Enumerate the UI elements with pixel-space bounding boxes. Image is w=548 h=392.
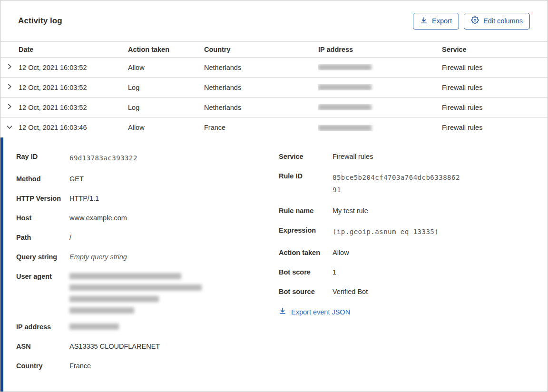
- expand-row-button[interactable]: [0, 103, 19, 112]
- row-country: Netherlands: [204, 104, 318, 111]
- detail-label: HTTP Version: [16, 194, 69, 203]
- table-row[interactable]: 12 Oct, 2021 16:03:52 Log Netherlands Fi…: [0, 78, 548, 98]
- redacted-ip-value: [318, 104, 372, 110]
- chevron-down-icon: [6, 123, 13, 132]
- detail-label: Rule name: [279, 206, 333, 216]
- detail-label: Host: [16, 213, 69, 223]
- detail-label: Method: [16, 174, 69, 184]
- host-value: www.example.com: [69, 213, 127, 223]
- row-service: Firewall rules: [442, 84, 548, 91]
- chevron-right-icon: [6, 63, 13, 72]
- path-value: /: [69, 233, 71, 242]
- ray-id-value: 69d13783ac393322: [69, 152, 137, 164]
- detail-label: Path: [16, 233, 69, 242]
- column-header-date: Date: [19, 46, 128, 53]
- collapse-row-button[interactable]: [0, 123, 19, 132]
- row-action: Log: [128, 104, 204, 111]
- expand-row-button[interactable]: [0, 63, 19, 72]
- edit-columns-button[interactable]: Edit columns: [464, 13, 530, 29]
- row-country: Netherlands: [204, 84, 318, 91]
- expand-row-button[interactable]: [0, 83, 19, 92]
- detail-label: Bot score: [279, 267, 333, 277]
- table-row[interactable]: 12 Oct, 2021 16:03:52 Log Netherlands Fi…: [0, 98, 548, 118]
- detail-column-left: Ray ID69d13783ac393322 MethodGET HTTP Ve…: [16, 152, 279, 392]
- download-icon: [420, 17, 428, 26]
- edit-columns-button-label: Edit columns: [483, 17, 523, 25]
- export-button-label: Export: [432, 17, 452, 25]
- page-title: Activity log: [18, 16, 62, 26]
- column-header-action-taken: Action taken: [128, 46, 204, 53]
- detail-label: Expression: [279, 225, 333, 238]
- row-action: Log: [128, 84, 204, 91]
- table-header-row: Date Action taken Country IP address Ser…: [0, 41, 548, 58]
- download-icon: [279, 307, 286, 316]
- detail-label: ASN: [16, 342, 69, 351]
- row-action: Allow: [128, 64, 204, 71]
- row-country: France: [204, 124, 318, 131]
- row-service: Firewall rules: [442, 104, 548, 111]
- detail-label: Ray ID: [16, 152, 69, 164]
- rule-name-value: My test rule: [333, 206, 368, 216]
- detail-label: Action taken: [279, 248, 333, 257]
- row-date: 12 Oct, 2021 16:03:52: [19, 104, 128, 111]
- row-action: Allow: [128, 124, 204, 131]
- event-detail-panel: Ray ID69d13783ac393322 MethodGET HTTP Ve…: [0, 137, 548, 392]
- row-date: 12 Oct, 2021 16:03:46: [19, 124, 128, 131]
- export-event-json-link[interactable]: Export event JSON: [279, 307, 350, 316]
- detail-column-right: ServiceFirewall rules Rule ID85bce5b204c…: [279, 152, 533, 392]
- action-taken-value: Allow: [333, 248, 349, 257]
- detail-label: Bot source: [279, 287, 333, 296]
- redacted-ip-value: [318, 84, 372, 90]
- toolbar: Export Edit columns: [413, 13, 530, 29]
- gear-icon: [471, 16, 479, 26]
- header: Activity log Export Edit columns: [0, 0, 548, 41]
- detail-label: Query string: [16, 252, 69, 262]
- row-date: 12 Oct, 2021 16:03:52: [19, 64, 128, 71]
- redacted-user-agent-value: [69, 272, 202, 314]
- column-header-service: Service: [442, 46, 548, 53]
- detail-label: Rule ID: [279, 171, 333, 196]
- export-event-json-label: Export event JSON: [291, 308, 350, 316]
- row-service: Firewall rules: [442, 124, 548, 131]
- query-string-value: Empty query string: [69, 252, 127, 262]
- column-header-ip-address: IP address: [318, 46, 442, 53]
- detail-label: User agent: [16, 272, 69, 314]
- rule-id-value: 85bce5b204cf4703a764dcb633886291: [333, 171, 462, 196]
- method-value: GET: [69, 174, 84, 184]
- redacted-ip-value: [318, 64, 372, 70]
- country-value: France: [69, 361, 91, 371]
- column-header-country: Country: [204, 46, 318, 53]
- http-version-value: HTTP/1.1: [69, 194, 99, 203]
- chevron-right-icon: [6, 83, 13, 92]
- row-date: 12 Oct, 2021 16:03:52: [19, 84, 128, 91]
- expression-value: (ip.geoip.asnum eq 13335): [333, 225, 439, 238]
- table-row-expanded[interactable]: 12 Oct, 2021 16:03:46 Allow France Firew…: [0, 118, 548, 137]
- detail-label: Country: [16, 361, 69, 371]
- table-row[interactable]: 12 Oct, 2021 16:03:52 Allow Netherlands …: [0, 58, 548, 78]
- redacted-ip-value: [318, 125, 372, 131]
- row-country: Netherlands: [204, 64, 318, 71]
- activity-log-card: Activity log Export Edit columns: [0, 0, 548, 392]
- asn-value: AS13335 CLOUDFLARENET: [69, 342, 160, 351]
- redacted-ip-value: [69, 323, 119, 330]
- chevron-right-icon: [6, 103, 13, 112]
- row-service: Firewall rules: [442, 64, 548, 71]
- bot-source-value: Verified Bot: [333, 287, 368, 296]
- detail-label: Service: [279, 152, 333, 161]
- bot-score-value: 1: [333, 267, 336, 277]
- service-value: Firewall rules: [333, 152, 373, 161]
- export-button[interactable]: Export: [413, 13, 459, 29]
- detail-label: IP address: [16, 322, 69, 332]
